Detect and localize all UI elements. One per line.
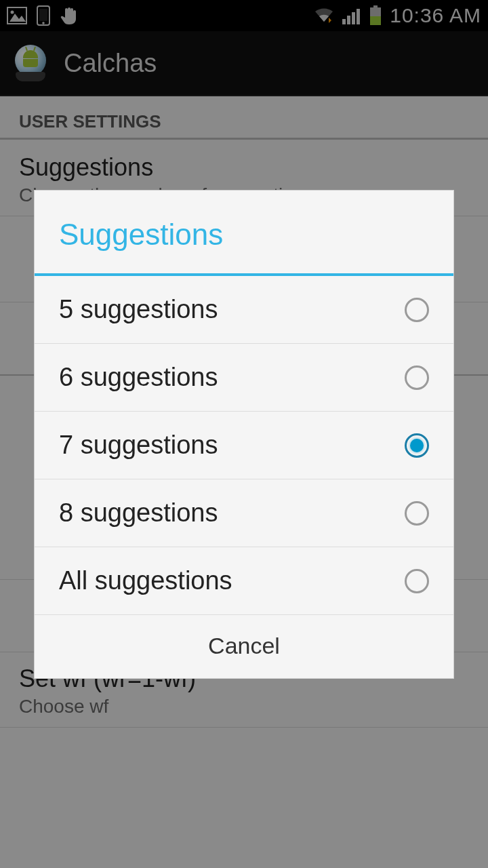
radio-icon: [405, 501, 429, 526]
option-all-suggestions[interactable]: All suggestions: [35, 547, 453, 615]
dialog-title: Suggestions: [35, 191, 453, 273]
option-list: 5 suggestions 6 suggestions 7 suggestion…: [35, 276, 453, 615]
option-label: All suggestions: [59, 566, 232, 595]
option-6-suggestions[interactable]: 6 suggestions: [35, 344, 453, 412]
option-label: 6 suggestions: [59, 363, 218, 392]
option-label: 7 suggestions: [59, 431, 218, 460]
radio-icon: [405, 298, 429, 322]
option-label: 8 suggestions: [59, 498, 218, 528]
option-5-suggestions[interactable]: 5 suggestions: [35, 276, 453, 344]
option-8-suggestions[interactable]: 8 suggestions: [35, 479, 453, 547]
cancel-button[interactable]: Cancel: [35, 615, 453, 678]
option-label: 5 suggestions: [59, 295, 218, 324]
radio-icon: [405, 569, 429, 593]
suggestions-dialog: Suggestions 5 suggestions 6 suggestions …: [34, 190, 454, 679]
radio-icon: [405, 366, 429, 390]
option-7-suggestions[interactable]: 7 suggestions: [35, 412, 453, 479]
radio-icon: [405, 433, 429, 458]
